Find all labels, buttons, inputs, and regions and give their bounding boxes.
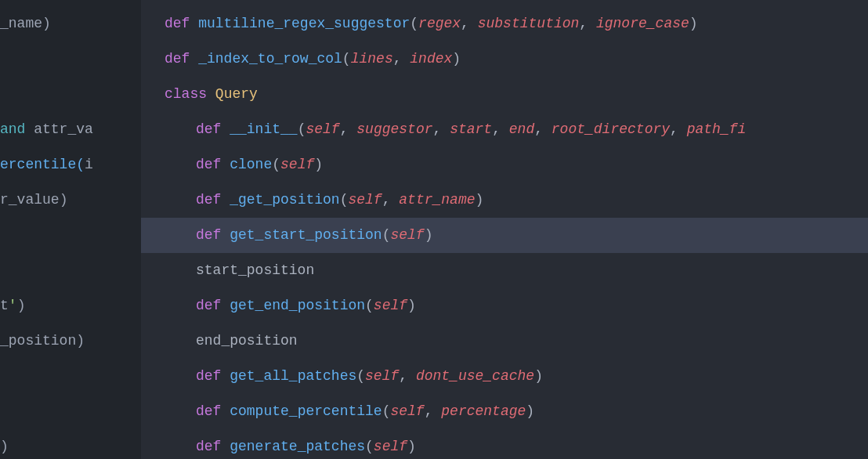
outline-item[interactable]: def _get_position(self, attr_name)	[141, 183, 868, 218]
function-name: get_end_position	[230, 295, 365, 317]
code-line[interactable]	[0, 359, 141, 394]
param: substitution	[478, 13, 580, 35]
string-quote: '	[9, 295, 17, 317]
outline-item[interactable]: end_position	[141, 323, 868, 359]
keyword-def: def	[165, 48, 190, 70]
code-line[interactable]: ercentile(i	[0, 147, 141, 183]
function-call: ercentile(	[0, 154, 85, 176]
code-line[interactable]	[0, 77, 141, 112]
outline-item[interactable]: def _index_to_row_col(lines, index)	[141, 42, 868, 77]
outline-item[interactable]: def get_all_patches(self, dont_use_cache…	[141, 359, 868, 394]
function-name: compute_percentile	[230, 400, 382, 423]
paren-close: )	[60, 189, 68, 211]
identifier: r_value	[0, 189, 60, 211]
function-name: __init__	[230, 118, 297, 141]
editor-left-panel: _name) and attr_va ercentile(i r_value) …	[0, 0, 141, 459]
code-line[interactable]	[0, 218, 141, 253]
keyword-def: def	[196, 365, 221, 388]
identifier: _name	[0, 13, 42, 35]
param: regex	[418, 13, 461, 35]
outline-item[interactable]: def __init__(self, suggestor, start, end…	[141, 112, 868, 147]
outline-item[interactable]: start_position	[141, 253, 868, 288]
keyword-class: class	[165, 83, 207, 106]
param: ignore_case	[596, 13, 689, 35]
identifier: i	[85, 154, 93, 176]
param-self: self	[280, 154, 314, 176]
param: attr_name	[399, 189, 475, 211]
keyword-def: def	[196, 295, 221, 317]
identifier: _position	[0, 330, 76, 352]
param: root_directory	[552, 118, 670, 141]
outline-item-selected[interactable]: def get_start_position(self)	[141, 218, 868, 253]
operator-and: and	[0, 118, 25, 141]
keyword-def: def	[196, 154, 221, 176]
function-name: _index_to_row_col	[198, 48, 342, 70]
keyword-def: def	[196, 224, 221, 247]
identifier: start_position	[196, 259, 314, 282]
function-name: get_all_patches	[230, 365, 356, 388]
code-line[interactable]: _position)	[0, 323, 141, 359]
code-line[interactable]: and attr_va	[0, 112, 141, 147]
param-self: self	[365, 365, 399, 388]
param-self: self	[374, 295, 407, 317]
param: index	[410, 48, 452, 70]
function-name: _get_position	[230, 189, 339, 211]
outline-item[interactable]: def compute_percentile(self, percentage)	[141, 394, 868, 429]
identifier: attr_va	[34, 118, 93, 141]
param: suggestor	[356, 118, 432, 141]
outline-item[interactable]: def generate_patches(self)	[141, 429, 868, 459]
keyword-def: def	[196, 189, 221, 211]
param-self: self	[390, 400, 424, 423]
outline-panel: def multiline_regex_suggestor(regex, sub…	[141, 0, 868, 459]
outline-item[interactable]: class Query	[141, 77, 868, 112]
keyword-def: def	[196, 118, 221, 141]
code-line[interactable]	[0, 253, 141, 288]
code-line[interactable]: )	[0, 429, 141, 459]
code-line[interactable]: _name)	[0, 6, 141, 42]
param: dont_use_cache	[416, 365, 534, 388]
keyword-def: def	[196, 400, 221, 423]
outline-item[interactable]: def multiline_regex_suggestor(regex, sub…	[141, 6, 868, 42]
paren-close: )	[17, 295, 26, 317]
outline-item[interactable]: def clone(self)	[141, 147, 868, 183]
code-line[interactable]	[0, 42, 141, 77]
param: percentage	[441, 400, 526, 423]
code-line[interactable]: r_value)	[0, 183, 141, 218]
keyword-def: def	[196, 436, 221, 458]
paren-close: )	[76, 330, 85, 352]
function-name: generate_patches	[230, 436, 365, 458]
identifier: end_position	[196, 330, 298, 352]
function-name: clone	[230, 154, 272, 176]
paren-close: )	[0, 436, 9, 458]
function-name: get_start_position	[230, 224, 382, 247]
code-line[interactable]	[0, 394, 141, 429]
param-self: self	[348, 189, 382, 211]
identifier: t	[0, 295, 9, 317]
outline-item[interactable]: def get_end_position(self)	[141, 288, 868, 323]
code-line[interactable]: t')	[0, 288, 141, 323]
param: path_fi	[687, 118, 747, 141]
class-name: Query	[215, 83, 258, 106]
keyword-def: def	[165, 13, 190, 35]
param: end	[509, 118, 534, 141]
param-self: self	[374, 436, 407, 458]
param: start	[450, 118, 492, 141]
paren-close: )	[42, 13, 51, 35]
param-self: self	[306, 118, 339, 141]
param-self: self	[390, 224, 424, 247]
param: lines	[351, 48, 393, 70]
function-name: multiline_regex_suggestor	[198, 13, 410, 35]
